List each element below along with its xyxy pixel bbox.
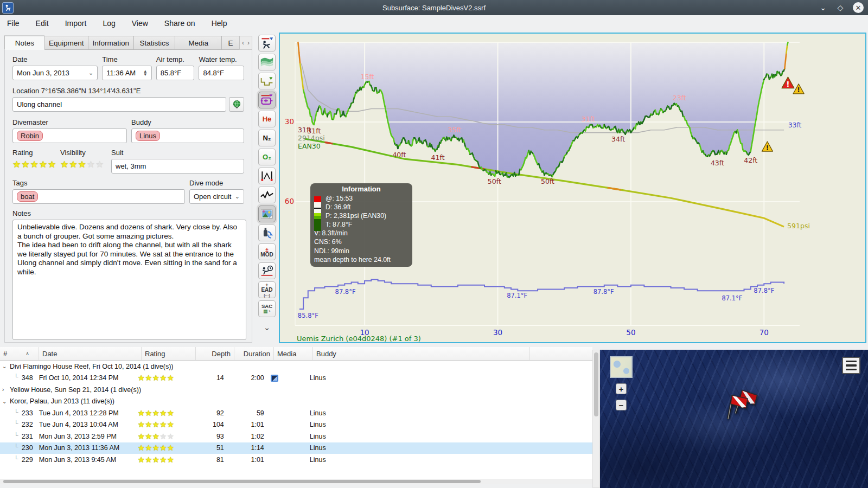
buddy-field[interactable]: Linus bbox=[131, 129, 244, 143]
column-header-buddy[interactable]: Buddy bbox=[313, 347, 530, 360]
spinner-arrows-icon[interactable]: ▲▼ bbox=[143, 70, 148, 76]
map-menu-button[interactable] bbox=[842, 357, 860, 374]
toolbar-sac-button[interactable]: SAC▦◔ bbox=[258, 300, 276, 317]
svg-text:Uemis Zurich (e04d0248) (#1 of: Uemis Zurich (e04d0248) (#1 of 3) bbox=[297, 335, 421, 342]
map-zoom-in-button[interactable]: + bbox=[616, 383, 627, 394]
dive-mode-combobox[interactable]: Open circuit⌄ bbox=[189, 189, 244, 204]
toolbar-scale-button[interactable] bbox=[258, 54, 276, 70]
rating-stars[interactable]: ★★★★★ bbox=[12, 159, 60, 170]
menu-file[interactable]: File bbox=[7, 19, 20, 28]
dive-list-hscrollbar[interactable] bbox=[0, 479, 592, 484]
dive-profile-chart[interactable]: 306010305070Uemis Zurich (e04d0248) (#1 … bbox=[279, 33, 866, 343]
svg-text:31ft: 31ft bbox=[582, 115, 595, 123]
dive-row[interactable]: └232Tue Jun 4, 2013 10:04 AM★★★★★1041:01… bbox=[0, 419, 592, 431]
tags-field[interactable]: boat bbox=[12, 189, 185, 204]
column-header-media[interactable]: Media bbox=[274, 347, 313, 360]
divemaster-label: Divemaster bbox=[12, 118, 127, 126]
globe-button[interactable] bbox=[229, 97, 244, 112]
air-temp-field[interactable]: 85.8°F bbox=[156, 66, 195, 80]
column-header-depth[interactable]: Depth bbox=[196, 347, 234, 360]
rating-label: Rating bbox=[12, 149, 60, 157]
toolbar-gas-switch-button[interactable] bbox=[258, 224, 276, 241]
menu-bar: FileEditImportLogViewShare onHelp bbox=[0, 15, 868, 31]
tab-equipment[interactable]: Equipment bbox=[44, 36, 88, 50]
notes-textarea[interactable]: Unbelievable dive. Dozens and dozens of … bbox=[12, 220, 246, 340]
toolbar-deco-time-button[interactable] bbox=[258, 262, 276, 279]
menu-view[interactable]: View bbox=[132, 19, 148, 28]
tab-information[interactable]: Information bbox=[88, 36, 133, 50]
collapse-caret-icon[interactable]: ⌄ bbox=[2, 399, 10, 404]
trip-row[interactable]: ⌄Divi Flamingo House Reef, Fri Oct 10, 2… bbox=[0, 361, 592, 373]
location-field[interactable]: Ulong channel bbox=[12, 97, 226, 112]
toolbar-ruler-button[interactable] bbox=[258, 168, 276, 184]
info-box-row: V: 8.3ft/min bbox=[314, 229, 409, 237]
divemaster-chip[interactable]: Robin bbox=[17, 131, 43, 141]
dive-row[interactable]: └229Mon Jun 3, 2013 9:45 AM★★★★★811:01Li… bbox=[0, 454, 592, 466]
column-header-date[interactable]: Date bbox=[39, 347, 142, 360]
map-zoom-out-button[interactable]: − bbox=[616, 400, 627, 410]
star-icon: ★ bbox=[138, 420, 145, 429]
column-header-rating[interactable]: Rating bbox=[142, 347, 196, 360]
minimap-toggle[interactable] bbox=[610, 356, 633, 378]
toolbar-profile-markers-button[interactable] bbox=[258, 73, 276, 89]
star-icon: ★ bbox=[152, 374, 160, 382]
menu-log[interactable]: Log bbox=[103, 19, 115, 28]
close-button[interactable]: ✕ bbox=[853, 2, 864, 13]
dive-row[interactable]: └231Mon Jun 3, 2013 2:59 PM★★★★★931:02Li… bbox=[0, 431, 592, 442]
star-icon: ★ bbox=[145, 374, 152, 382]
buddy-chip[interactable]: Linus bbox=[136, 131, 160, 141]
dive-mode-label: Dive mode bbox=[189, 179, 244, 187]
tree-elbow: └ bbox=[14, 409, 18, 415]
tag-chip[interactable]: boat bbox=[17, 191, 38, 202]
dive-date: Tue Jun 4, 2013 10:04 AM bbox=[35, 419, 136, 431]
location-label: Location 7°16'58.386"N 134°14'43.631"E bbox=[12, 87, 244, 95]
star-icon: ★ bbox=[145, 409, 152, 418]
tab-notes[interactable]: Notes bbox=[4, 35, 44, 50]
dive-flag-marker[interactable] bbox=[724, 389, 762, 423]
dive-row[interactable]: └348Fri Oct 10, 2014 12:34 PM★★★★★142:00… bbox=[0, 373, 592, 384]
toolbar-more-chevron-icon[interactable]: ⌄ bbox=[264, 323, 271, 332]
column-header-duration[interactable]: Duration bbox=[234, 347, 274, 360]
toolbar-dc-reported-ceiling-button[interactable] bbox=[258, 92, 276, 108]
toolbar-mod-button[interactable]: ±MOD bbox=[258, 243, 276, 260]
collapse-caret-icon[interactable]: ⌄ bbox=[2, 363, 10, 369]
tab-scroll-right-icon[interactable]: › bbox=[247, 39, 250, 47]
tab-e[interactable]: E bbox=[221, 36, 239, 50]
info-box-row: mean depth to here 24.0ft bbox=[314, 255, 409, 264]
menu-import[interactable]: Import bbox=[65, 19, 87, 28]
water-temp-field[interactable]: 84.8°F bbox=[199, 66, 244, 80]
toolbar-heart-rate-button[interactable] bbox=[258, 187, 276, 203]
menu-edit[interactable]: Edit bbox=[36, 19, 49, 28]
suit-field[interactable]: wet, 3mm bbox=[111, 159, 244, 174]
divemaster-field[interactable]: Robin bbox=[12, 129, 127, 143]
dive-row[interactable]: └233Tue Jun 4, 2013 12:28 PM★★★★★9259Lin… bbox=[0, 407, 592, 419]
minimize-button[interactable]: ⌄ bbox=[818, 3, 828, 12]
trip-row[interactable]: ⌄Koror, Palau, Jun 2013 (11 dive(s)) bbox=[0, 396, 592, 408]
expand-caret-icon[interactable]: › bbox=[2, 387, 10, 393]
water-temp-label: Water temp. bbox=[199, 55, 244, 63]
dive-row[interactable]: └230Mon Jun 3, 2013 11:36 AM★★★★★511:14L… bbox=[0, 442, 592, 454]
visibility-stars[interactable]: ★★★★★ bbox=[60, 159, 111, 170]
toolbar-pp-o2-button[interactable]: O₂ bbox=[258, 149, 276, 165]
date-combobox[interactable]: Mon Jun 3, 2013⌄ bbox=[12, 66, 98, 80]
toolbar-pp-he-button[interactable]: He bbox=[258, 111, 276, 127]
tab-statistics[interactable]: Statistics bbox=[133, 36, 175, 50]
toolbar-ead-button[interactable]: +EAD(···) bbox=[258, 281, 276, 298]
toolbar-photos-button[interactable] bbox=[258, 206, 276, 222]
menu-share-on[interactable]: Share on bbox=[164, 19, 195, 28]
toolbar-pp-n2-button[interactable]: N₂ bbox=[258, 130, 276, 146]
photo-icon[interactable] bbox=[271, 375, 278, 382]
toolbar-dive-computer-button[interactable] bbox=[258, 35, 276, 52]
column-header-num[interactable]: #∧ bbox=[0, 347, 39, 360]
tab-media[interactable]: Media bbox=[175, 36, 221, 50]
star-icon: ★ bbox=[30, 159, 39, 170]
star-icon: ★ bbox=[138, 455, 145, 464]
trip-row[interactable]: ›Yellow House, Sun Sep 21, 2014 (1 dive(… bbox=[0, 384, 592, 396]
menu-help[interactable]: Help bbox=[212, 19, 227, 28]
tab-scroll-left-icon[interactable]: ‹ bbox=[242, 39, 244, 47]
time-spinner[interactable]: 11:36 AM▲▼ bbox=[102, 66, 152, 80]
horizontal-splitter[interactable] bbox=[0, 343, 868, 347]
dive-site-map[interactable]: + − bbox=[600, 350, 868, 488]
maximize-button[interactable]: ◇ bbox=[835, 3, 845, 12]
dive-list-vscrollbar[interactable] bbox=[592, 350, 600, 488]
